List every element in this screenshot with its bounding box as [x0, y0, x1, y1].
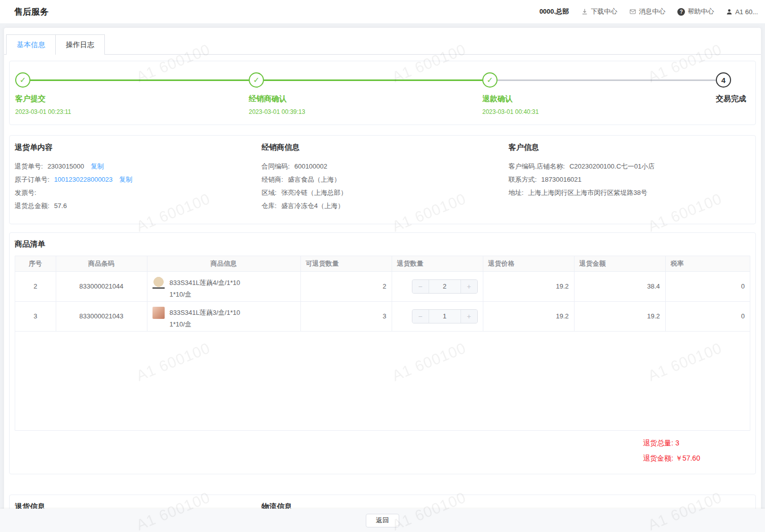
mail-icon — [629, 8, 636, 15]
lotus-root-image — [152, 277, 165, 289]
copy-button[interactable]: 复制 — [91, 162, 104, 170]
step-indicator: ✓ — [15, 72, 249, 88]
cell-return-qty: −2+ — [392, 271, 483, 301]
user-icon — [726, 9, 733, 15]
step-indicator: ✓ — [482, 72, 716, 88]
return-totals: 退货总量:3 退货金额:￥57.60 — [643, 435, 750, 466]
help-center-menu-item[interactable]: ? 帮助中心 — [677, 7, 714, 16]
step-timestamp: 2023-03-01 00:40:31 — [482, 108, 716, 115]
field-row: 地址:上海上海闵行区上海市闵行区紫堤路38号 — [509, 186, 750, 199]
progress-steps-panel: ✓客户提交2023-03-01 00:23:11✓经销商确认2023-03-01… — [9, 61, 756, 125]
field-value: 600100002 — [294, 162, 327, 170]
check-circle-icon: ✓ — [249, 72, 264, 88]
main-card: 基本信息 操作日志 ✓客户提交2023-03-01 00:23:11✓经销商确认… — [4, 28, 761, 532]
column-header: 退货数量 — [392, 256, 483, 271]
field-value: 2303015000 — [48, 162, 84, 170]
section-title: 经销商信息 — [261, 143, 503, 152]
total-quantity: 退货总量:3 — [643, 435, 750, 451]
cell-tax: 0 — [665, 271, 750, 301]
field-row: 仓库:盛言冷冻仓4（上海） — [261, 199, 503, 213]
product-list-panel: 商品清单 序号商品条码商品信息可退货数量退货数量退货价格退货金额税率 28330… — [9, 232, 756, 474]
section-title: 客户信息 — [509, 143, 750, 152]
user-menu-item[interactable]: A1 60... — [726, 8, 758, 16]
decrease-button[interactable]: − — [412, 280, 429, 293]
cell-tax: 0 — [665, 301, 750, 331]
step-connector — [498, 79, 716, 81]
quantity-input[interactable]: 2 — [429, 280, 461, 293]
dealer-section: 经销商信息 合同编码:600100002经销商:盛言食品（上海）区域:张亮冷链（… — [256, 143, 503, 213]
page-title: 售后服务 — [14, 6, 49, 18]
product-table: 序号商品条码商品信息可退货数量退货数量退货价格退货金额税率 2833000021… — [15, 256, 750, 431]
cell-barcode: 833000021044 — [56, 271, 147, 301]
step-connector — [30, 79, 249, 81]
message-center-menu-item[interactable]: 消息中心 — [629, 7, 665, 16]
increase-button[interactable]: + — [461, 310, 477, 323]
tab-operation-log[interactable]: 操作日志 — [56, 34, 105, 55]
tab-basic-info[interactable]: 基本信息 — [6, 34, 56, 55]
quantity-stepper[interactable]: −1+ — [412, 309, 478, 323]
field-row: 原子订单号:1001230228000023复制 — [15, 173, 256, 186]
field-label: 退货总金额: — [15, 202, 50, 210]
org-name: 0000.总部 — [540, 7, 569, 16]
column-header: 可退货数量 — [300, 256, 392, 271]
cell-product-info: 833S341L莲藕3/盒/1*101*10/盒 — [147, 301, 300, 331]
field-label: 原子订单号: — [15, 176, 50, 183]
copy-button[interactable]: 复制 — [119, 176, 132, 183]
field-label: 合同编码: — [261, 162, 290, 170]
column-header: 退货价格 — [483, 256, 574, 271]
field-row: 合同编码:600100002 — [261, 160, 503, 173]
product-list-title: 商品清单 — [15, 239, 750, 249]
cell-barcode: 833000021043 — [56, 301, 147, 331]
field-label: 退货单号: — [15, 162, 43, 170]
field-label: 区域: — [261, 189, 277, 196]
field-label: 发票号: — [15, 189, 36, 196]
step-title: 经销商确认 — [249, 94, 482, 104]
back-button[interactable]: 返回 — [366, 514, 399, 527]
field-row: 发票号: — [15, 186, 256, 199]
download-icon — [581, 8, 588, 15]
cell-product-info: 833S341L莲藕4/盒/1*101*10/盒 — [147, 271, 300, 301]
product-info: 833S341L莲藕3/盒/1*101*10/盒 — [152, 302, 295, 330]
field-row: 客户编码.店铺名称:C20230200100.C七一01小店 — [509, 160, 750, 173]
field-row: 经销商:盛言食品（上海） — [261, 173, 503, 186]
field-label: 仓库: — [261, 202, 277, 210]
meat-product-image — [152, 307, 165, 319]
cell-price: 19.2 — [483, 301, 574, 331]
field-row: 联系方式:18730016021 — [509, 173, 750, 186]
cell-available-qty: 2 — [300, 271, 392, 301]
step-title: 退款确认 — [482, 94, 716, 104]
check-circle-icon: ✓ — [15, 72, 30, 88]
field-value[interactable]: 1001230228000023 — [54, 176, 113, 183]
download-center-menu-item[interactable]: 下载中心 — [581, 7, 617, 16]
footer-action-bar: 返回 — [0, 509, 765, 532]
header-menu: 0000.总部 下载中心 消息中心 ? 帮助中心 A1 60... — [540, 7, 758, 16]
customer-section: 客户信息 客户编码.店铺名称:C20230200100.C七一01小店联系方式:… — [504, 143, 750, 213]
field-label: 地址: — [509, 189, 524, 196]
step-3: ✓退款确认2023-03-01 00:40:31 — [482, 72, 716, 115]
step-timestamp: 2023-03-01 00:39:13 — [249, 108, 482, 115]
field-value: 张亮冷链（上海总部） — [281, 189, 347, 196]
product-text: 833S341L莲藕4/盒/1*101*10/盒 — [170, 277, 240, 300]
product-spec: 1*10/盒 — [170, 289, 240, 300]
step-2: ✓经销商确认2023-03-01 00:39:13 — [249, 72, 482, 115]
cell-amount: 19.2 — [574, 301, 665, 331]
field-value: C20230200100.C七一01小店 — [569, 162, 655, 170]
increase-button[interactable]: + — [461, 280, 477, 293]
step-connector — [264, 79, 482, 81]
step-indicator: ✓ — [249, 72, 482, 88]
step-timestamp: 2023-03-01 00:23:11 — [15, 108, 249, 115]
order-info-panel: 退货单内容 退货单号:2303015000复制原子订单号:10012302280… — [9, 135, 756, 224]
top-header: 售后服务 0000.总部 下载中心 消息中心 ? 帮助中心 A1 60... — [0, 0, 765, 23]
step-number: 4 — [716, 72, 731, 88]
cell-price: 19.2 — [483, 271, 574, 301]
column-header: 商品条码 — [56, 256, 147, 271]
section-title: 退货单内容 — [15, 143, 256, 152]
column-header: 税率 — [665, 256, 750, 271]
decrease-button[interactable]: − — [412, 310, 429, 323]
quantity-input[interactable]: 1 — [429, 310, 461, 323]
field-row: 退货单号:2303015000复制 — [15, 160, 256, 173]
return-order-section: 退货单内容 退货单号:2303015000复制原子订单号:10012302280… — [10, 143, 256, 213]
quantity-stepper[interactable]: −2+ — [412, 279, 478, 294]
field-value: 57.6 — [54, 202, 67, 210]
field-value: 盛言冷冻仓4（上海） — [281, 202, 344, 210]
